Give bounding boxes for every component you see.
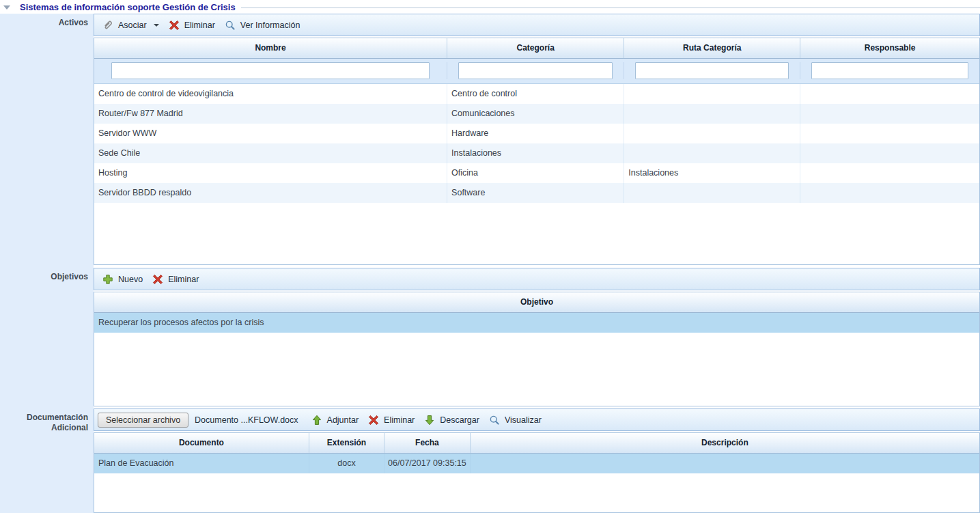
cell-responsable [800,163,979,183]
table-row[interactable]: Plan de Evacuación docx 06/07/2017 09:35… [94,454,979,473]
activos-grid-body: Centro de control de videovigilancia Cen… [94,84,979,264]
cell-categoria: Instalaciones [447,143,624,163]
magnifier-icon [489,415,500,426]
cell-categoria: Oficina [447,163,624,183]
cell-ruta-categoria [624,104,800,124]
cell-responsable [800,183,979,203]
cell-ruta-categoria: Instalaciones [624,163,800,183]
visualizar-label: Visualizar [505,415,542,425]
column-header-fecha[interactable]: Fecha [384,433,471,453]
column-header-ruta-categoria[interactable]: Ruta Categoría [624,38,800,58]
table-row[interactable]: Hosting Oficina Instalaciones [94,163,979,183]
table-row[interactable]: Centro de control de videovigilancia Cen… [94,84,979,104]
column-header-documento[interactable]: Documento [94,433,309,453]
table-row[interactable]: Sede Chile Instalaciones [94,143,979,163]
fieldset-title: Sistemas de información soporte Gestión … [20,2,236,12]
section-label-activos: Activos [0,14,94,268]
objetivos-grid: Objetivo Recuperar los procesos afectos … [94,292,980,406]
activos-filter-row [94,59,979,84]
adjuntar-button[interactable]: Adjuntar [307,413,364,428]
plus-icon [102,274,113,285]
section-label-column: Activos Objetivos Documentación Adiciona… [0,14,94,513]
activos-toolbar: Asociar Eliminar Ver Información [94,14,980,36]
activos-eliminar-label: Eliminar [184,20,215,30]
documentacion-panel: Seleccionar archivo Documento ...KFLOW.d… [94,408,980,513]
fieldset-legend: Sistemas de información soporte Gestión … [0,0,980,14]
cell-documento: Plan de Evacuación [94,454,309,473]
table-row[interactable]: Servidor BBDD respaldo Software [94,183,979,203]
activos-panel: Asociar Eliminar Ver Información Nombre … [94,14,980,265]
column-header-extension[interactable]: Extensión [309,433,384,453]
descargar-button[interactable]: Descargar [419,413,484,428]
paperclip-icon [102,20,113,31]
cell-ruta-categoria [624,143,800,163]
cell-responsable [800,143,979,163]
documentacion-eliminar-label: Eliminar [384,415,415,425]
cell-categoria: Software [447,183,624,203]
documentacion-eliminar-button[interactable]: Eliminar [363,413,419,428]
filter-input-ruta-categoria[interactable] [635,62,789,79]
column-header-nombre[interactable]: Nombre [94,38,447,58]
column-header-responsable[interactable]: Responsable [800,38,979,58]
cell-extension: docx [309,454,384,473]
objetivos-toolbar: Nuevo Eliminar [94,268,980,290]
cell-nombre: Sede Chile [94,143,447,163]
cell-categoria: Hardware [447,124,624,143]
cell-fecha: 06/07/2017 09:35:15 [384,454,471,473]
nuevo-button[interactable]: Nuevo [98,272,148,287]
adjuntar-label: Adjuntar [327,415,359,425]
descargar-label: Descargar [440,415,479,425]
column-header-objetivo[interactable]: Objetivo [94,292,979,312]
activos-grid-header: Nombre Categoría Ruta Categoría Responsa… [94,38,979,59]
objetivos-grid-header: Objetivo [94,292,979,313]
table-row[interactable]: Recuperar los procesos afectos por la cr… [94,313,979,333]
seleccionar-archivo-button[interactable]: Seleccionar archivo [98,413,188,428]
cell-responsable [800,84,979,104]
filter-input-responsable[interactable] [811,62,968,79]
cell-descripcion [471,454,979,473]
table-row[interactable]: Router/Fw 877 Madrid Comunicaciones [94,104,979,124]
visualizar-button[interactable]: Visualizar [484,413,546,428]
filter-input-categoria[interactable] [458,62,613,79]
section-label-documentacion: Documentación Adicional [0,408,94,513]
asociar-button[interactable]: Asociar [98,18,164,33]
objetivos-panel: Nuevo Eliminar Objetivo Recuperar los pr… [94,268,980,406]
cell-objetivo: Recuperar los procesos afectos por la cr… [94,313,979,333]
cell-categoria: Comunicaciones [447,104,624,124]
documentacion-grid-header: Documento Extensión Fecha Descripción [94,433,979,454]
activos-grid: Nombre Categoría Ruta Categoría Responsa… [94,38,980,265]
documentacion-toolbar: Seleccionar archivo Documento ...KFLOW.d… [94,408,980,431]
objetivos-eliminar-button[interactable]: Eliminar [148,272,204,287]
ver-informacion-button[interactable]: Ver Información [220,18,305,33]
magnifier-icon [225,20,236,31]
fieldset-border-line [241,8,980,8]
arrow-down-icon [424,415,435,426]
cell-ruta-categoria [624,84,800,104]
section-label-objetivos: Objetivos [0,268,94,408]
documentacion-grid: Documento Extensión Fecha Descripción Pl… [94,432,980,513]
arrow-up-icon [311,415,322,426]
cell-nombre: Servidor BBDD respaldo [94,183,447,203]
column-header-categoria[interactable]: Categoría [447,38,624,58]
chevron-down-icon[interactable] [154,24,159,27]
asociar-label: Asociar [118,20,147,30]
documentacion-grid-body: Plan de Evacuación docx 06/07/2017 09:35… [94,454,979,512]
cell-categoria: Centro de control [447,84,624,104]
cell-ruta-categoria [624,124,800,143]
cell-responsable [800,104,979,124]
delete-x-icon [169,20,180,31]
cell-nombre: Router/Fw 877 Madrid [94,104,447,124]
filter-input-nombre[interactable] [111,62,430,79]
cell-nombre: Servidor WWW [94,124,447,143]
selected-file-name: Documento ...KFLOW.docx [195,415,298,425]
cell-nombre: Centro de control de videovigilancia [94,84,447,104]
cell-nombre: Hosting [94,163,447,183]
column-header-descripcion[interactable]: Descripción [471,433,979,453]
table-row[interactable]: Servidor WWW Hardware [94,124,979,143]
delete-x-icon [152,274,163,285]
cell-ruta-categoria [624,183,800,203]
objetivos-grid-body: Recuperar los procesos afectos por la cr… [94,313,979,406]
collapse-arrow-icon[interactable] [3,5,10,10]
activos-eliminar-button[interactable]: Eliminar [164,18,220,33]
delete-x-icon [368,415,379,426]
